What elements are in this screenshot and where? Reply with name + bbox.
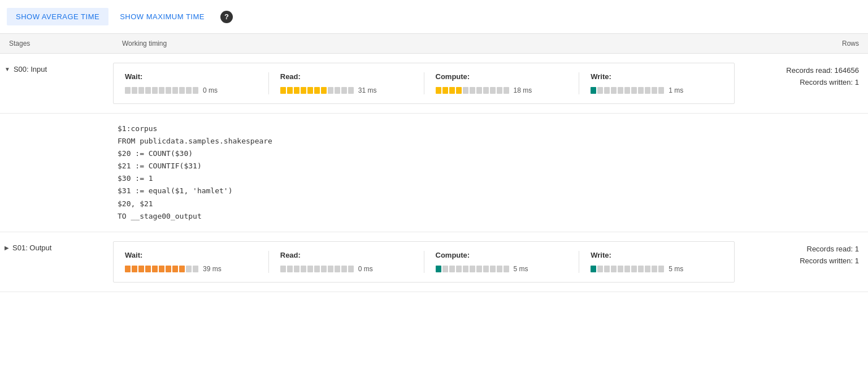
code-line-3: $20 := COUNT($30)	[118, 147, 859, 160]
s00-compute-section: Compute: 18 ms	[436, 72, 580, 94]
s01-wait-section: Wait: 39 ms	[125, 251, 269, 273]
bar-seg	[341, 87, 347, 94]
bar-seg	[321, 87, 327, 94]
stage-s00-label[interactable]: ▼ S00: Input	[5, 63, 113, 73]
bar-seg	[624, 87, 630, 94]
bar-seg	[490, 87, 496, 94]
bar-seg	[145, 266, 151, 272]
bar-seg	[294, 266, 300, 272]
s01-wait-value: 39 ms	[203, 265, 222, 273]
s01-read-bar	[280, 266, 354, 272]
rows-column-header: Rows	[735, 40, 859, 47]
bar-seg	[645, 266, 650, 272]
stage-s00-section: ▼ S00: Input Wait:	[0, 54, 868, 114]
show-average-time-button[interactable]: SHOW AVERAGE TIME	[7, 8, 108, 25]
s00-chevron[interactable]: ▼	[5, 66, 10, 72]
bar-seg	[166, 87, 171, 94]
s00-write-bar-row: 1 ms	[591, 86, 723, 94]
bar-seg	[125, 87, 131, 94]
bar-seg	[321, 266, 327, 272]
bar-seg	[652, 266, 657, 272]
bar-seg	[172, 87, 178, 94]
s00-records-read: Records read: 164656	[744, 65, 859, 77]
bar-seg	[132, 87, 137, 94]
stage-s00-header-row: ▼ S00: Input Wait:	[0, 54, 868, 113]
bar-seg	[152, 87, 158, 94]
s00-rows-col: Records read: 164656 Records written: 1	[735, 63, 859, 89]
help-icon[interactable]: ?	[220, 11, 233, 23]
bar-seg	[442, 87, 448, 94]
bar-seg	[456, 87, 462, 94]
bar-seg	[335, 266, 340, 272]
code-line-2: FROM publicdata.samples.shakespeare	[118, 135, 859, 147]
bar-seg	[470, 266, 475, 272]
bar-seg	[631, 87, 637, 94]
s01-compute-bar-row: 5 ms	[436, 265, 568, 273]
bar-seg	[138, 266, 144, 272]
s00-read-bar	[280, 87, 354, 94]
bar-seg	[645, 87, 650, 94]
bar-seg	[341, 266, 347, 272]
bar-seg	[476, 266, 482, 272]
bar-seg	[314, 266, 320, 272]
bar-seg	[597, 87, 603, 94]
bar-seg	[504, 266, 509, 272]
s00-read-label: Read:	[280, 72, 413, 81]
s01-write-section: Write: 5 ms	[591, 251, 723, 273]
s00-write-bar	[591, 87, 664, 94]
stages-column-header: Stages	[9, 40, 122, 47]
s01-compute-bar	[436, 266, 509, 272]
bar-seg	[314, 87, 320, 94]
bar-seg	[301, 266, 306, 272]
column-headers: Stages Working timing Rows	[0, 34, 868, 54]
bar-seg	[591, 266, 596, 272]
bar-seg	[307, 266, 313, 272]
bar-seg	[611, 87, 617, 94]
bar-seg	[611, 266, 617, 272]
stage-s01-label[interactable]: ▶ S01: Output	[5, 241, 113, 252]
bar-seg	[328, 266, 333, 272]
bar-seg	[631, 266, 637, 272]
bar-seg	[348, 87, 354, 94]
s01-read-bar-row: 0 ms	[280, 265, 413, 273]
bar-seg	[456, 266, 462, 272]
bar-seg	[335, 87, 340, 94]
stage-s01-section: ▶ S01: Output Wait:	[0, 232, 868, 292]
stage-s01-header-row: ▶ S01: Output Wait:	[0, 232, 868, 292]
code-line-4: $21 := COUNTIF($31)	[118, 160, 859, 172]
bar-seg	[152, 266, 158, 272]
s00-read-value: 31 ms	[358, 86, 377, 94]
s00-label-text: S00: Input	[14, 65, 47, 73]
s00-read-section: Read: 31 ms	[280, 72, 424, 94]
s01-read-label: Read:	[280, 251, 413, 259]
s01-compute-label: Compute:	[436, 251, 568, 259]
s01-chevron[interactable]: ▶	[5, 245, 9, 251]
s00-wait-value: 0 ms	[203, 86, 218, 94]
bar-seg	[652, 87, 657, 94]
bar-seg	[166, 266, 171, 272]
code-section: $1:corpus FROM publicdata.samples.shakes…	[0, 114, 868, 232]
bar-seg	[638, 87, 644, 94]
s00-compute-bar	[436, 87, 509, 94]
toolbar: SHOW AVERAGE TIME SHOW MAXIMUM TIME ?	[0, 0, 868, 34]
code-line-5: $30 := 1	[118, 172, 859, 185]
s01-read-value: 0 ms	[358, 265, 373, 273]
bar-seg	[294, 87, 300, 94]
s01-write-label: Write:	[591, 251, 723, 259]
bar-seg	[449, 87, 455, 94]
s01-timing-card: Wait: 39 ms	[113, 241, 735, 283]
bar-seg	[186, 266, 192, 272]
bar-seg	[463, 266, 468, 272]
bar-seg	[483, 266, 489, 272]
s00-compute-label: Compute:	[436, 72, 568, 81]
bar-seg	[618, 266, 623, 272]
show-maximum-time-button[interactable]: SHOW MAXIMUM TIME	[111, 8, 214, 25]
bar-seg	[658, 87, 664, 94]
bar-seg	[658, 266, 664, 272]
s01-label-text: S01: Output	[12, 244, 51, 252]
bar-seg	[301, 87, 306, 94]
bar-seg	[145, 87, 151, 94]
bar-seg	[618, 87, 623, 94]
code-line-6: $31 := equal($1, 'hamlet')	[118, 185, 859, 197]
bar-seg	[436, 87, 441, 94]
